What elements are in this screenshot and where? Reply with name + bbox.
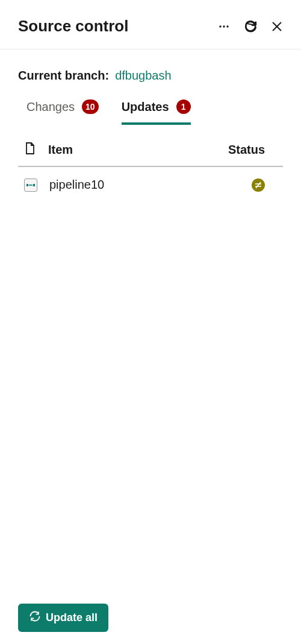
tab-updates[interactable]: Updates 1 xyxy=(122,99,191,125)
row-item: pipeline10 xyxy=(24,178,252,192)
item-header-label: Item xyxy=(48,143,73,157)
table-body: pipeline10 xyxy=(0,167,301,203)
svg-point-2 xyxy=(226,25,228,27)
status-conflict-icon xyxy=(252,178,265,192)
item-name: pipeline10 xyxy=(49,178,104,192)
updates-count-badge: 1 xyxy=(176,99,191,114)
table-header: Item Status xyxy=(18,125,283,167)
tabs: Changes 10 Updates 1 xyxy=(0,93,301,125)
tab-changes[interactable]: Changes 10 xyxy=(26,99,99,125)
svg-line-10 xyxy=(256,182,261,188)
file-icon xyxy=(24,142,36,157)
more-options-icon[interactable] xyxy=(218,21,230,33)
branch-label: Current branch: xyxy=(18,69,109,83)
tab-changes-label: Changes xyxy=(26,100,75,114)
footer: Update all xyxy=(18,604,108,632)
status-header-label: Status xyxy=(228,143,265,157)
update-all-button[interactable]: Update all xyxy=(18,604,108,632)
branch-info: Current branch: dfbugbash xyxy=(0,49,301,93)
refresh-icon[interactable] xyxy=(243,19,258,34)
branch-name[interactable]: dfbugbash xyxy=(115,69,171,83)
panel-header: Source control xyxy=(0,0,301,49)
changes-count-badge: 10 xyxy=(82,99,99,114)
svg-rect-6 xyxy=(33,184,35,186)
close-icon[interactable] xyxy=(271,21,283,33)
svg-point-1 xyxy=(223,25,225,27)
table-row[interactable]: pipeline10 xyxy=(18,167,283,203)
panel-title: Source control xyxy=(18,17,128,36)
update-all-label: Update all xyxy=(46,611,98,624)
svg-rect-5 xyxy=(26,184,28,186)
svg-point-0 xyxy=(219,25,221,27)
tab-updates-label: Updates xyxy=(122,100,169,114)
pipeline-icon xyxy=(24,178,37,192)
header-actions xyxy=(218,19,283,34)
column-item: Item xyxy=(24,142,228,157)
sync-icon xyxy=(29,610,41,625)
svg-rect-7 xyxy=(29,185,33,186)
